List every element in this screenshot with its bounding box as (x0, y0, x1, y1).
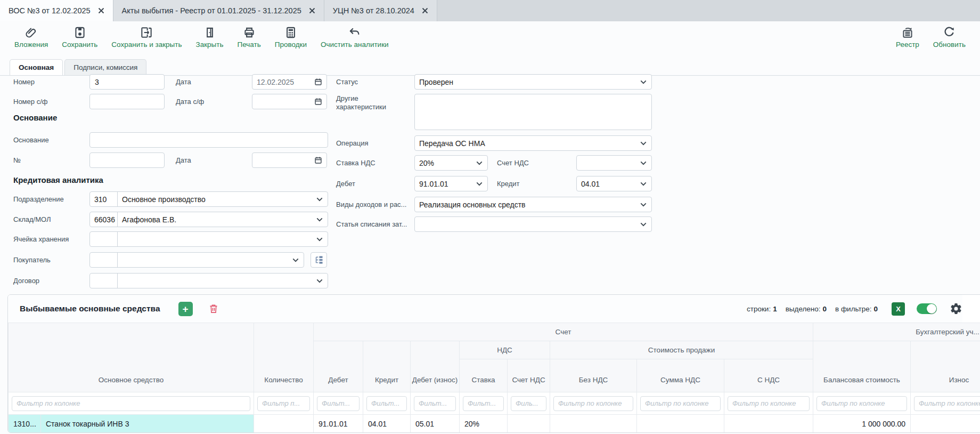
dogovor-select[interactable] (89, 273, 328, 288)
status-select[interactable]: Проверен (414, 74, 652, 90)
filter-input-s-nds[interactable] (728, 396, 810, 411)
toolbar-button-label: Реестр (896, 41, 919, 49)
filter-input-bez-nds[interactable] (553, 396, 633, 411)
cell-name: Станок токарный ИНВ 3 (41, 415, 254, 433)
filter-input-debet-iznos[interactable] (414, 396, 456, 411)
nomer-input[interactable] (89, 74, 165, 90)
column-header-summa-nds[interactable]: Сумма НДС (637, 359, 724, 392)
document-tab-vos[interactable]: ВОС №3 от 12.02.2025 (0, 0, 113, 21)
pokupatel-select[interactable] (89, 252, 304, 268)
num-input[interactable] (89, 152, 165, 168)
toolbar-button-label: Сохранить (62, 41, 97, 49)
tree-icon (314, 255, 324, 265)
postings-button[interactable]: Проводки (268, 24, 314, 50)
filter-input-stavka[interactable] (463, 396, 504, 411)
debet-select[interactable]: 91.01.01 (414, 176, 488, 191)
section-header-credit-analytics: Кредитовая аналитика (13, 175, 103, 184)
yacheyka-select[interactable] (89, 231, 328, 247)
column-header-osnovnoe-sredstvo[interactable]: Основное средство (9, 323, 254, 392)
column-header-debet-iznos[interactable]: Дебет (износ) (411, 341, 460, 392)
refresh-icon (942, 25, 956, 39)
field-label-kredit: Кредит (497, 180, 520, 188)
other-characteristics-textarea[interactable] (414, 94, 652, 130)
paperclip-icon (24, 25, 38, 39)
stavka-nds-select[interactable]: 20% (414, 155, 488, 171)
group-header-nds: НДС (460, 341, 550, 359)
column-header-balansovaya[interactable]: Балансовая стоимость (813, 341, 911, 392)
delete-row-button[interactable] (208, 303, 219, 315)
schet-nds-select[interactable] (576, 155, 652, 171)
cell-stavka: 20% (460, 415, 508, 433)
calendar-icon[interactable] (314, 156, 322, 164)
column-header-s-nds[interactable]: С НДС (724, 359, 813, 392)
document-tab-ucn[interactable]: УЦН №3 от 28.10.2024 (324, 0, 437, 21)
calendar-icon[interactable] (314, 98, 322, 106)
column-header-stavka[interactable]: Ставка (460, 359, 508, 392)
sklad-mol-select[interactable]: 66036 Агафонова Е.В. (89, 212, 328, 227)
column-header-schet-nds[interactable]: Счет НДС (508, 359, 550, 392)
vidy-dohodov-select[interactable]: Реализация основных средств (414, 197, 652, 212)
data-field[interactable] (252, 74, 327, 90)
toggle-knob (927, 304, 936, 314)
chevron-down-icon (476, 161, 483, 165)
filter-input-summa-nds[interactable] (640, 396, 721, 411)
podrazdelenie-select[interactable]: 310 Основное производство (89, 191, 328, 207)
register-button[interactable]: Реестр (889, 24, 926, 50)
vidy-dohodov-value: Реализация основных средств (415, 200, 638, 209)
filter-input-kolichestvo[interactable] (257, 396, 310, 411)
cell-kredit: 04.01 (363, 415, 411, 433)
column-header-iznos[interactable]: Износ (911, 341, 980, 392)
cell-debet: 91.01.01 (314, 415, 363, 433)
column-header-kolichestvo[interactable]: Количество (254, 323, 314, 392)
filter-input-osnovnoe-sredstvo[interactable] (12, 396, 250, 411)
save-and-close-button[interactable]: Сохранить и закрыть (104, 24, 189, 50)
close-icon[interactable] (422, 7, 428, 14)
filter-input-iznos[interactable] (914, 396, 980, 411)
chevron-down-icon (316, 279, 323, 283)
data2-field[interactable] (252, 152, 327, 168)
column-header-bez-nds[interactable]: Без НДС (550, 359, 637, 392)
export-excel-button[interactable]: X (892, 302, 905, 316)
data-input[interactable] (257, 78, 314, 86)
grid-settings-button[interactable] (950, 302, 962, 315)
filter-input-debet[interactable] (317, 396, 360, 411)
clear-analytics-button[interactable]: Очистить аналитики (314, 24, 396, 50)
table-row[interactable]: 1310... Станок токарный ИНВ 3 91.01.01 0… (9, 415, 980, 433)
pokupatel-hierarchy-button[interactable] (311, 252, 327, 268)
filter-input-kredit[interactable] (366, 396, 407, 411)
operation-select[interactable]: Передача ОС НМА (414, 135, 652, 151)
section-header-osnovanie: Основание (13, 113, 57, 122)
filter-input-schet-nds[interactable] (511, 396, 546, 411)
selected-count: выделено:0 (786, 305, 827, 313)
data-sf-input[interactable] (257, 98, 314, 106)
document-tab-akty[interactable]: Акты выбытия - Реестр от 01.01.2025 - 31… (113, 0, 324, 21)
podrazdelenie-value: Основное производство (118, 195, 314, 204)
osnovanie-input[interactable] (89, 132, 328, 148)
close-icon[interactable] (309, 7, 315, 14)
statya-spisaniya-select[interactable] (414, 216, 652, 232)
chevron-down-icon (316, 218, 323, 222)
print-button[interactable]: Печать (231, 24, 268, 50)
tab-podpisi-komissiya[interactable]: Подписи, комиссия (64, 59, 146, 75)
chevron-down-icon (316, 197, 323, 202)
attachments-button[interactable]: Вложения (7, 24, 55, 50)
close-document-button[interactable]: Закрыть (189, 24, 231, 50)
refresh-button[interactable]: Обновить (926, 24, 973, 50)
calendar-icon[interactable] (314, 78, 322, 86)
kredit-select[interactable]: 04.01 (576, 176, 652, 191)
data2-input[interactable] (257, 156, 314, 165)
close-icon[interactable] (98, 7, 104, 14)
save-button[interactable]: Сохранить (55, 24, 104, 50)
printer-icon (242, 25, 256, 39)
tab-osnovnaya[interactable]: Основная (10, 59, 63, 75)
data-sf-field[interactable] (252, 94, 327, 109)
add-row-button[interactable]: + (178, 302, 193, 316)
group-header-schet: Счет (314, 323, 813, 341)
column-header-kredit[interactable]: Кредит (363, 341, 411, 392)
filter-toggle[interactable] (917, 303, 937, 314)
toolbar-button-label: Вложения (14, 41, 48, 49)
column-header-debet[interactable]: Дебет (314, 341, 363, 392)
field-label-debet: Дебет (336, 180, 355, 188)
nomer-sf-input[interactable] (89, 94, 165, 109)
filter-input-balansovaya[interactable] (816, 396, 907, 411)
